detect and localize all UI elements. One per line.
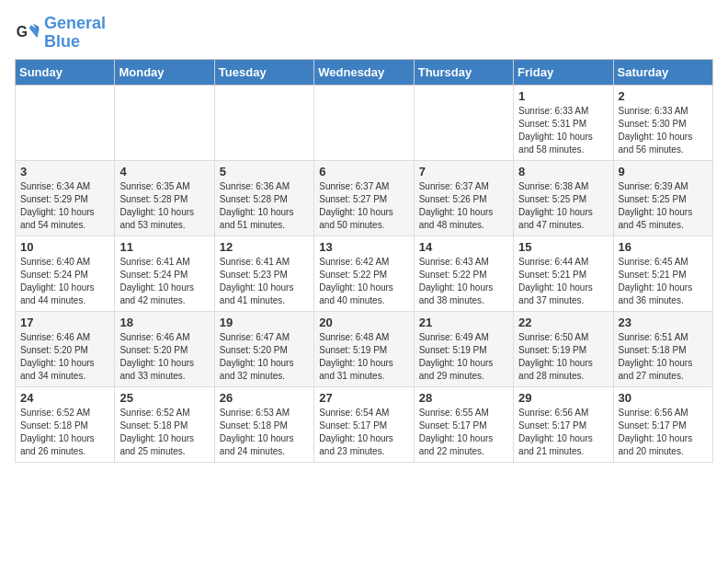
calendar-day-cell: 5Sunrise: 6:36 AM Sunset: 5:28 PM Daylig… xyxy=(214,160,313,236)
weekday-header: Saturday xyxy=(613,59,712,85)
day-number: 29 xyxy=(518,391,608,405)
calendar-header-row: SundayMondayTuesdayWednesdayThursdayFrid… xyxy=(16,59,713,85)
day-info: Sunrise: 6:34 AM Sunset: 5:29 PM Dayligh… xyxy=(20,180,109,232)
calendar-day-cell: 7Sunrise: 6:37 AM Sunset: 5:26 PM Daylig… xyxy=(414,160,513,236)
calendar-day-cell: 8Sunrise: 6:38 AM Sunset: 5:25 PM Daylig… xyxy=(514,160,613,236)
day-number: 9 xyxy=(619,165,708,178)
day-number: 16 xyxy=(619,240,708,254)
day-number: 3 xyxy=(20,165,109,178)
calendar-day-cell: 28Sunrise: 6:55 AM Sunset: 5:17 PM Dayli… xyxy=(414,386,513,462)
day-number: 21 xyxy=(419,316,508,329)
weekday-header: Friday xyxy=(514,59,613,85)
day-number: 13 xyxy=(319,240,408,254)
day-info: Sunrise: 6:44 AM Sunset: 5:21 PM Dayligh… xyxy=(518,256,608,307)
calendar-day-cell: 18Sunrise: 6:46 AM Sunset: 5:20 PM Dayli… xyxy=(115,311,214,386)
day-info: Sunrise: 6:33 AM Sunset: 5:30 PM Dayligh… xyxy=(619,105,708,156)
day-number: 15 xyxy=(518,240,608,254)
calendar-day-cell: 20Sunrise: 6:48 AM Sunset: 5:19 PM Dayli… xyxy=(314,311,414,386)
logo-text: General Blue xyxy=(44,15,106,52)
day-number: 4 xyxy=(119,165,209,178)
day-number: 23 xyxy=(619,316,708,329)
day-info: Sunrise: 6:50 AM Sunset: 5:19 PM Dayligh… xyxy=(518,331,608,383)
calendar-day-cell: 29Sunrise: 6:56 AM Sunset: 5:17 PM Dayli… xyxy=(514,386,613,462)
day-info: Sunrise: 6:33 AM Sunset: 5:31 PM Dayligh… xyxy=(518,105,608,156)
day-info: Sunrise: 6:39 AM Sunset: 5:25 PM Dayligh… xyxy=(619,180,708,232)
day-number: 26 xyxy=(220,391,309,405)
day-info: Sunrise: 6:52 AM Sunset: 5:18 PM Dayligh… xyxy=(119,407,209,458)
calendar-day-cell: 2Sunrise: 6:33 AM Sunset: 5:30 PM Daylig… xyxy=(613,85,712,160)
day-info: Sunrise: 6:46 AM Sunset: 5:20 PM Dayligh… xyxy=(20,331,109,383)
calendar-day-cell: 23Sunrise: 6:51 AM Sunset: 5:18 PM Dayli… xyxy=(613,311,712,386)
day-number: 8 xyxy=(518,165,608,178)
day-info: Sunrise: 6:40 AM Sunset: 5:24 PM Dayligh… xyxy=(20,256,109,307)
weekday-header: Monday xyxy=(115,59,214,85)
calendar-day-cell: 10Sunrise: 6:40 AM Sunset: 5:24 PM Dayli… xyxy=(16,236,115,311)
calendar-day-cell xyxy=(16,85,115,160)
day-number: 11 xyxy=(119,240,209,254)
calendar-day-cell xyxy=(414,85,513,160)
calendar-day-cell: 17Sunrise: 6:46 AM Sunset: 5:20 PM Dayli… xyxy=(16,311,115,386)
calendar-day-cell: 6Sunrise: 6:37 AM Sunset: 5:27 PM Daylig… xyxy=(314,160,414,236)
calendar-day-cell xyxy=(214,85,313,160)
day-info: Sunrise: 6:56 AM Sunset: 5:17 PM Dayligh… xyxy=(518,407,608,458)
day-number: 5 xyxy=(220,165,309,178)
day-number: 25 xyxy=(119,391,209,405)
day-number: 2 xyxy=(619,89,708,103)
day-number: 24 xyxy=(20,391,109,405)
day-number: 20 xyxy=(319,316,408,329)
day-number: 27 xyxy=(319,391,408,405)
day-number: 7 xyxy=(419,165,508,178)
day-number: 19 xyxy=(220,316,309,329)
calendar-day-cell: 19Sunrise: 6:47 AM Sunset: 5:20 PM Dayli… xyxy=(214,311,313,386)
day-info: Sunrise: 6:47 AM Sunset: 5:20 PM Dayligh… xyxy=(220,331,309,383)
day-info: Sunrise: 6:42 AM Sunset: 5:22 PM Dayligh… xyxy=(319,256,408,307)
day-number: 30 xyxy=(619,391,708,405)
day-number: 14 xyxy=(419,240,508,254)
weekday-header: Tuesday xyxy=(214,59,313,85)
calendar-day-cell: 27Sunrise: 6:54 AM Sunset: 5:17 PM Dayli… xyxy=(314,386,414,462)
calendar-day-cell xyxy=(115,85,214,160)
calendar-week-row: 1Sunrise: 6:33 AM Sunset: 5:31 PM Daylig… xyxy=(16,85,713,160)
day-number: 28 xyxy=(419,391,508,405)
calendar-day-cell: 16Sunrise: 6:45 AM Sunset: 5:21 PM Dayli… xyxy=(613,236,712,311)
calendar-day-cell: 4Sunrise: 6:35 AM Sunset: 5:28 PM Daylig… xyxy=(115,160,214,236)
calendar-day-cell: 12Sunrise: 6:41 AM Sunset: 5:23 PM Dayli… xyxy=(214,236,313,311)
day-number: 18 xyxy=(119,316,209,329)
day-number: 10 xyxy=(20,240,109,254)
weekday-header: Thursday xyxy=(414,59,513,85)
calendar-day-cell: 15Sunrise: 6:44 AM Sunset: 5:21 PM Dayli… xyxy=(514,236,613,311)
day-info: Sunrise: 6:37 AM Sunset: 5:27 PM Dayligh… xyxy=(319,180,408,232)
day-info: Sunrise: 6:49 AM Sunset: 5:19 PM Dayligh… xyxy=(419,331,508,383)
calendar-day-cell: 30Sunrise: 6:56 AM Sunset: 5:17 PM Dayli… xyxy=(613,386,712,462)
calendar-day-cell: 21Sunrise: 6:49 AM Sunset: 5:19 PM Dayli… xyxy=(414,311,513,386)
weekday-header: Wednesday xyxy=(314,59,414,85)
page-header: G General Blue xyxy=(15,15,713,52)
calendar-day-cell: 13Sunrise: 6:42 AM Sunset: 5:22 PM Dayli… xyxy=(314,236,414,311)
day-info: Sunrise: 6:52 AM Sunset: 5:18 PM Dayligh… xyxy=(20,407,109,458)
calendar-week-row: 3Sunrise: 6:34 AM Sunset: 5:29 PM Daylig… xyxy=(16,160,713,236)
day-info: Sunrise: 6:36 AM Sunset: 5:28 PM Dayligh… xyxy=(220,180,309,232)
calendar-day-cell xyxy=(314,85,414,160)
day-info: Sunrise: 6:48 AM Sunset: 5:19 PM Dayligh… xyxy=(319,331,408,383)
weekday-header: Sunday xyxy=(16,59,115,85)
day-info: Sunrise: 6:51 AM Sunset: 5:18 PM Dayligh… xyxy=(619,331,708,383)
day-number: 22 xyxy=(518,316,608,329)
calendar-week-row: 24Sunrise: 6:52 AM Sunset: 5:18 PM Dayli… xyxy=(16,386,713,462)
day-info: Sunrise: 6:54 AM Sunset: 5:17 PM Dayligh… xyxy=(319,407,408,458)
logo-icon: G xyxy=(15,20,40,46)
calendar-day-cell: 25Sunrise: 6:52 AM Sunset: 5:18 PM Dayli… xyxy=(115,386,214,462)
day-info: Sunrise: 6:38 AM Sunset: 5:25 PM Dayligh… xyxy=(518,180,608,232)
day-info: Sunrise: 6:55 AM Sunset: 5:17 PM Dayligh… xyxy=(419,407,508,458)
day-info: Sunrise: 6:45 AM Sunset: 5:21 PM Dayligh… xyxy=(619,256,708,307)
day-number: 6 xyxy=(319,165,408,178)
day-info: Sunrise: 6:56 AM Sunset: 5:17 PM Dayligh… xyxy=(619,407,708,458)
day-info: Sunrise: 6:35 AM Sunset: 5:28 PM Dayligh… xyxy=(119,180,209,232)
calendar-day-cell: 3Sunrise: 6:34 AM Sunset: 5:29 PM Daylig… xyxy=(16,160,115,236)
calendar-week-row: 10Sunrise: 6:40 AM Sunset: 5:24 PM Dayli… xyxy=(16,236,713,311)
calendar-week-row: 17Sunrise: 6:46 AM Sunset: 5:20 PM Dayli… xyxy=(16,311,713,386)
calendar-day-cell: 24Sunrise: 6:52 AM Sunset: 5:18 PM Dayli… xyxy=(16,386,115,462)
calendar-day-cell: 1Sunrise: 6:33 AM Sunset: 5:31 PM Daylig… xyxy=(514,85,613,160)
day-number: 1 xyxy=(518,89,608,103)
day-info: Sunrise: 6:53 AM Sunset: 5:18 PM Dayligh… xyxy=(220,407,309,458)
day-number: 17 xyxy=(20,316,109,329)
